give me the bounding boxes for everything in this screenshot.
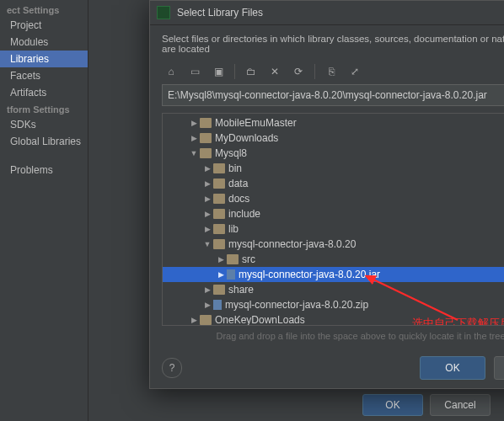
folder-icon xyxy=(200,133,212,143)
tree-node-label: mysql-connector-java-8.0.20.zip xyxy=(225,299,368,311)
app-icon xyxy=(157,6,170,19)
folder-icon xyxy=(227,254,239,264)
folder-icon xyxy=(200,148,212,158)
desktop-icon[interactable]: ▭ xyxy=(185,62,204,81)
tree-node-label: include xyxy=(228,208,260,220)
tree-node[interactable]: ▶docs xyxy=(163,191,504,206)
dialog-titlebar: Select Library Files ✕ xyxy=(150,1,504,25)
file-icon xyxy=(213,300,222,310)
tree-node[interactable]: ▶lib xyxy=(163,221,504,237)
sidebar-item-facets[interactable]: Facets xyxy=(0,67,88,84)
tree-node[interactable]: ▼mysql-connector-java-8.0.20 xyxy=(163,237,504,252)
folder-icon xyxy=(200,118,212,128)
tree-node-label: data xyxy=(228,178,248,189)
folder-icon xyxy=(213,209,225,219)
expand-icon[interactable]: ▶ xyxy=(217,270,225,279)
sidebar-item-libraries[interactable]: Libraries xyxy=(0,51,88,67)
tree-node[interactable]: ▶mysql-connector-java-8.0.20.jar xyxy=(163,267,504,282)
folder-icon xyxy=(200,315,212,325)
cancel-button[interactable]: Cancel xyxy=(494,356,504,380)
tree-node-label: MyDownloads xyxy=(215,132,278,144)
tree-node[interactable]: ▶share xyxy=(163,282,504,297)
tree-node[interactable]: ▶mysql-connector-java-8.0.20.zip xyxy=(163,297,504,312)
background-cancel-button[interactable]: Cancel xyxy=(430,394,491,416)
toolbar-separator xyxy=(314,64,315,79)
tree-node-label: OneKeyDownLoads xyxy=(215,314,305,326)
project-icon[interactable]: ▣ xyxy=(209,62,228,81)
sidebar-item-global-libraries[interactable]: Global Libraries xyxy=(0,133,88,150)
sidebar-item-problems[interactable]: Problems xyxy=(0,162,88,179)
tree-node-label: Mysql8 xyxy=(215,147,247,159)
expand-icon[interactable]: ▶ xyxy=(203,210,212,218)
path-input[interactable] xyxy=(162,84,504,106)
tree-node-label: share xyxy=(228,284,254,296)
home-icon[interactable]: ⌂ xyxy=(162,62,180,81)
expand-icon[interactable]: ▶ xyxy=(203,164,212,173)
settings-sidebar: ect Settings ProjectModulesLibrariesFace… xyxy=(0,0,88,421)
annotation-text: 选中自己下载解压后的jar包 xyxy=(412,316,504,326)
ok-button[interactable]: OK xyxy=(420,356,485,380)
tree-node[interactable]: ▶MyDownloads xyxy=(163,131,504,146)
tree-node-label: src xyxy=(242,253,255,265)
expand-icon[interactable]: ▶ xyxy=(190,316,198,324)
expand-icon[interactable]: ▶ xyxy=(203,179,212,188)
refresh-icon[interactable]: ⟳ xyxy=(289,62,308,81)
drag-drop-hint: Drag and drop a file into the space abov… xyxy=(150,326,504,348)
tree-node[interactable]: ▼Mysql8 xyxy=(163,146,504,161)
new-folder-icon[interactable]: 🗀 xyxy=(242,62,260,81)
expand-icon[interactable]: ▶ xyxy=(203,195,212,203)
sidebar-group-project: ect Settings xyxy=(0,2,88,17)
expand-icon[interactable]: ▼ xyxy=(190,149,198,157)
dialog-title: Select Library Files xyxy=(177,7,504,19)
tree-node[interactable]: ▶src xyxy=(163,252,504,267)
tree-node-label: bin xyxy=(228,163,242,174)
tree-node-label: mysql-connector-java-8.0.20 xyxy=(228,238,356,250)
sidebar-item-artifacts[interactable]: Artifacts xyxy=(0,84,88,101)
help-icon[interactable]: ? xyxy=(162,358,182,378)
tree-node[interactable]: ▶include xyxy=(163,206,504,221)
delete-icon[interactable]: ✕ xyxy=(265,62,284,81)
toolbar-separator xyxy=(234,64,235,79)
folder-icon xyxy=(213,285,225,295)
folder-icon xyxy=(213,239,225,249)
expand-icon[interactable]: ▶ xyxy=(203,285,212,294)
file-tree[interactable]: ▶MobileEmuMaster▶MyDownloads▼Mysql8▶bin▶… xyxy=(162,113,504,326)
folder-icon xyxy=(213,224,225,234)
expand-icon[interactable]: ▶ xyxy=(190,134,198,142)
select-library-dialog: Select Library Files ✕ Select files or d… xyxy=(149,0,504,389)
file-toolbar: ⌂ ▭ ▣ 🗀 ✕ ⟳ ⎘ ⤢ Hide path xyxy=(150,62,504,84)
main-area: OK Cancel Select Library Files ✕ Select … xyxy=(88,0,504,421)
expand-icon[interactable]: ▶ xyxy=(217,255,225,264)
tree-node-label: docs xyxy=(228,193,249,205)
folder-icon xyxy=(213,194,225,204)
sidebar-item-modules[interactable]: Modules xyxy=(0,34,88,51)
tree-node-label: MobileEmuMaster xyxy=(215,117,297,129)
tree-node-label: mysql-connector-java-8.0.20.jar xyxy=(239,269,380,280)
tree-node[interactable]: ▶data xyxy=(163,176,504,191)
expand-icon[interactable]: ⤢ xyxy=(346,62,364,81)
sidebar-item-sdks[interactable]: SDKs xyxy=(0,116,88,133)
tree-node-label: lib xyxy=(228,223,239,235)
expand-icon[interactable]: ▶ xyxy=(203,301,212,309)
background-ok-button[interactable]: OK xyxy=(362,394,423,416)
tree-node[interactable]: ▶bin xyxy=(163,161,504,176)
sidebar-group-platform: tform Settings xyxy=(0,101,88,116)
folder-icon xyxy=(213,179,225,189)
expand-icon[interactable]: ▶ xyxy=(190,119,198,127)
file-icon xyxy=(227,269,235,280)
folder-icon xyxy=(213,163,225,173)
sidebar-item-project[interactable]: Project xyxy=(0,17,88,34)
dialog-message: Select files or directories in which lib… xyxy=(150,25,504,62)
show-hidden-icon[interactable]: ⎘ xyxy=(322,62,340,81)
expand-icon[interactable]: ▶ xyxy=(203,225,212,233)
tree-node[interactable]: ▶MobileEmuMaster xyxy=(163,115,504,131)
expand-icon[interactable]: ▼ xyxy=(203,240,212,248)
